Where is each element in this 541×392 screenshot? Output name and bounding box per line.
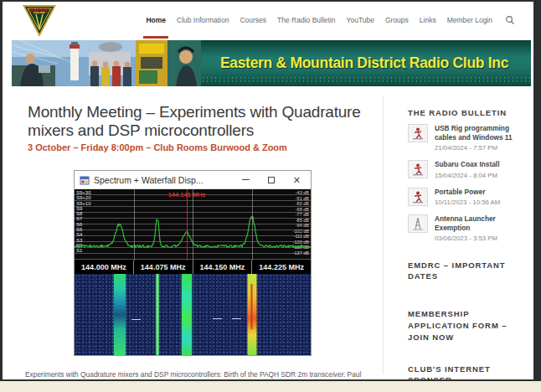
bulletin-item-title[interactable]: Portable Power (435, 188, 500, 197)
sidebar: THE RADIO BULLETIN USB Rig programming c… (408, 2, 527, 379)
nav-item-groups[interactable]: Groups (385, 2, 409, 39)
sidebar-section-heading: CLUB'S INTERNET SPONSER (408, 364, 527, 379)
frequency-label: 144.075 MHz (133, 260, 193, 274)
app-title: Spectrum + Waterfall Disp... (94, 175, 242, 185)
app-titlebar: Spectrum + Waterfall Disp... ✕ (75, 171, 311, 189)
screenshot-root: EMDRC HomeClub InformationCoursesThe Rad… (0, 0, 541, 392)
article-title: Monthly Meeting – Experiments with Quadr… (28, 103, 389, 140)
frequency-label: 144.150 MHz (193, 260, 252, 274)
bulletin-list: USB Rig programming cables and Windows 1… (408, 124, 527, 250)
bulletin-item[interactable]: Portable Power10/11/2023 - 10:56 AM (408, 188, 527, 207)
antenna-tower-thumbnail-icon[interactable] (408, 214, 428, 233)
gridline (252, 189, 253, 260)
spectrum-app-screenshot[interactable]: Spectrum + Waterfall Disp... ✕ S9+30S9+2… (74, 170, 312, 356)
article-caption: Experiments with Quadrature mixers and D… (25, 370, 377, 379)
bulletin-item-title[interactable]: Antenna Launcher Exemption (435, 214, 527, 232)
bulletin-item-timestamp: 21/04/2024 - 7:57 PM (435, 144, 527, 152)
figure-thumbnail-icon[interactable] (408, 160, 428, 178)
article-subtitle: 3 October – Friday 8:00pm – Club Rooms B… (28, 142, 287, 152)
nav-item-youtube[interactable]: YouTube (347, 2, 374, 39)
waterfall-signal-stripe (182, 274, 192, 355)
maximize-icon (268, 177, 275, 183)
frequency-marker-line (187, 189, 188, 260)
bulletin-item-timestamp: 10/11/2023 - 10:56 AM (435, 199, 500, 206)
figure-thumbnail-icon[interactable] (408, 188, 428, 206)
bulletin-item-title[interactable]: USB Rig programming cables and Windows 1… (435, 124, 527, 142)
waterfall-signal-stripe (247, 274, 256, 355)
close-icon: ✕ (293, 177, 301, 183)
nav-item-home[interactable]: Home (146, 2, 166, 39)
figure-thumbnail-icon[interactable] (408, 124, 428, 142)
bulletin-item-timestamp: 15/04/2024 - 8:04 PM (435, 172, 499, 179)
nav-item-club-information[interactable]: Club Information (177, 2, 229, 39)
frequency-scale: 144.000 MHz144.075 MHz144.150 MHz144.225… (75, 260, 311, 274)
bulletin-item[interactable]: USB Rig programming cables and Windows 1… (408, 124, 527, 152)
sidebar-section-heading: EMDRC – IMPORTANT DATES (408, 260, 527, 281)
gridline (193, 189, 193, 260)
gridline (134, 189, 135, 260)
sidebar-section-heading: MEMBERSHIP APPLICATION FORM – JOIN NOW (408, 308, 527, 343)
banner-photo-collage (12, 40, 201, 86)
club-logo[interactable]: EMDRC (19, 3, 59, 43)
waterfall-signal-stripe (156, 274, 158, 355)
waterfall-signal-stripe (114, 274, 126, 355)
bulletin-item[interactable]: Subaru Coax Install15/04/2024 - 8:04 PM (408, 160, 527, 179)
frequency-label: 144.225 MHz (251, 260, 311, 274)
svg-text:EMDRC: EMDRC (29, 8, 49, 13)
waterfall-artifact (131, 319, 141, 320)
bulletin-item-title[interactable]: Subaru Coax Install (435, 160, 499, 169)
app-window-icon (80, 175, 90, 185)
spectrum-plot: S9+30S9+20S9+10S9S8S7S6S5S4S3S2S1 -43 dB… (75, 189, 311, 260)
nav-item-courses[interactable]: Courses (240, 2, 266, 39)
frequency-marker-label: 144.141 MHz (168, 191, 206, 199)
frequency-label: 144.000 MHz (75, 260, 133, 274)
bulletin-item-timestamp: 03/06/2023 - 3:53 PM (435, 235, 527, 242)
waterfall-artifact (232, 318, 241, 319)
nav-item-the-radio-bulletin[interactable]: The Radio Bulletin (277, 2, 335, 39)
bulletin-heading: THE RADIO BULLETIN (408, 108, 507, 117)
waterfall-artifact (213, 318, 222, 319)
content-sidebar-divider (383, 95, 384, 374)
minimize-icon (242, 179, 250, 180)
webpage: EMDRC HomeClub InformationCoursesThe Rad… (3, 2, 533, 379)
waterfall-display (75, 274, 311, 355)
bulletin-item[interactable]: Antenna Launcher Exemption03/06/2023 - 3… (408, 214, 527, 242)
